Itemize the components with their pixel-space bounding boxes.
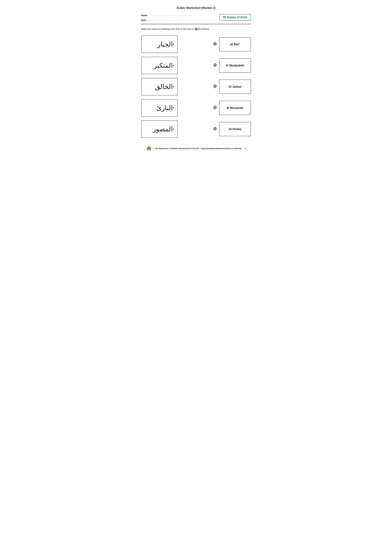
svg-point-41 <box>213 106 215 107</box>
match-row: المتكبر • Al Mutakabbir <box>141 57 251 74</box>
footer-logo-icon <box>146 146 152 151</box>
dot-indicator: • <box>173 85 174 89</box>
footer-text: :: The Resources of Islamic Homeschool i… <box>153 147 242 150</box>
english-label: Al Bari' <box>230 43 240 46</box>
arabic-text: البارئ <box>156 104 173 111</box>
svg-point-34 <box>215 85 217 86</box>
page-number: 1 <box>245 147 246 150</box>
arabic-card: الجبار • <box>141 36 178 53</box>
flower-icon <box>194 27 198 31</box>
svg-point-32 <box>213 85 215 86</box>
name-date-section: Name: - - - - - - - - - - - - - - - - - … <box>141 14 251 21</box>
svg-point-42 <box>215 108 217 109</box>
svg-point-52 <box>215 127 217 129</box>
english-label: Al Jabbar <box>228 85 242 88</box>
english-card: Al Mutakabbir <box>219 58 251 73</box>
flower-symbol <box>213 127 217 132</box>
svg-point-50 <box>213 127 215 129</box>
match-row: المصور • Al Khaliq <box>141 120 251 138</box>
arabic-card: المتكبر • <box>141 57 178 74</box>
svg-point-23 <box>213 63 215 65</box>
svg-point-25 <box>215 63 217 65</box>
page-title: Arabic Worksheet (Review 2) <box>141 6 251 10</box>
english-label: Al Mutakabbir <box>226 64 244 67</box>
divider <box>141 24 251 24</box>
arabic-card: البارئ • <box>141 99 178 117</box>
match-row: الخالق • Al Jabbar <box>141 78 251 95</box>
match-row: البارئ • Al Musawwir <box>141 99 251 117</box>
arabic-text: الجبار <box>157 41 173 48</box>
svg-point-16 <box>215 42 217 44</box>
english-card: Al Khaliq <box>219 122 251 136</box>
name-label: Name: <box>141 14 148 17</box>
svg-point-14 <box>213 42 215 44</box>
svg-point-33 <box>215 86 217 88</box>
english-card: Al Bari' <box>219 37 251 51</box>
svg-point-17 <box>213 44 215 45</box>
english-label: Al Musawwir <box>227 106 244 110</box>
english-card: Al Jabbar <box>219 80 251 94</box>
name-date-left: Name: - - - - - - - - - - - - - - - - - … <box>141 14 192 21</box>
name-dashes: - - - - - - - - - - - - - - - - - - - - … <box>149 14 191 17</box>
matching-area: الجبار • Al Bari' <box>141 36 251 138</box>
title-box: 99 Names of Allah <box>219 14 251 21</box>
svg-point-35 <box>213 86 215 88</box>
arabic-text: الخالق <box>155 83 173 90</box>
svg-point-53 <box>213 129 215 130</box>
svg-point-5 <box>195 28 196 29</box>
right-side: Al Musawwir <box>213 101 251 115</box>
flower-symbol <box>213 63 217 68</box>
date-label: Date: <box>141 19 147 21</box>
date-row: Date: - - - - - - - - - - - - - - - - - … <box>141 19 192 21</box>
footer: :: The Resources of Islamic Homeschool i… <box>141 144 251 151</box>
right-side: Al Khaliq <box>213 122 251 136</box>
flower-symbol <box>213 84 217 89</box>
svg-point-24 <box>215 65 217 67</box>
svg-point-51 <box>215 129 217 130</box>
english-card: Al Musawwir <box>219 101 251 115</box>
svg-point-8 <box>195 29 196 30</box>
dot-indicator: • <box>173 63 174 67</box>
svg-point-26 <box>213 65 215 67</box>
date-dashes: - - - - - - - - - - - - - - - - - - - - … <box>148 19 190 21</box>
svg-marker-54 <box>146 146 151 148</box>
arabic-card: المصور • <box>141 120 178 138</box>
svg-point-7 <box>196 28 197 29</box>
dot-indicator: • <box>173 127 174 131</box>
svg-point-43 <box>215 106 217 107</box>
right-side: Al Bari' <box>213 37 251 51</box>
flower-symbol <box>213 42 217 47</box>
arabic-text: المصور <box>153 125 173 133</box>
dot-indicator: • <box>173 106 174 110</box>
english-label: Al Khaliq <box>229 128 241 131</box>
svg-point-6 <box>196 29 197 30</box>
right-side: Al Mutakabbir <box>213 58 251 73</box>
name-row: Name: - - - - - - - - - - - - - - - - - … <box>141 14 192 17</box>
svg-point-15 <box>215 44 217 45</box>
dot-indicator: • <box>173 42 174 46</box>
match-row: الجبار • Al Bari' <box>141 36 251 53</box>
right-side: Al Jabbar <box>213 80 251 94</box>
flower-symbol <box>213 105 217 110</box>
svg-rect-56 <box>148 149 150 150</box>
instructions: Match the names by drawing a line from ●… <box>141 27 251 31</box>
arabic-card: الخالق • <box>141 78 178 95</box>
svg-point-44 <box>213 108 215 109</box>
arabic-text: المتكبر <box>154 62 173 69</box>
